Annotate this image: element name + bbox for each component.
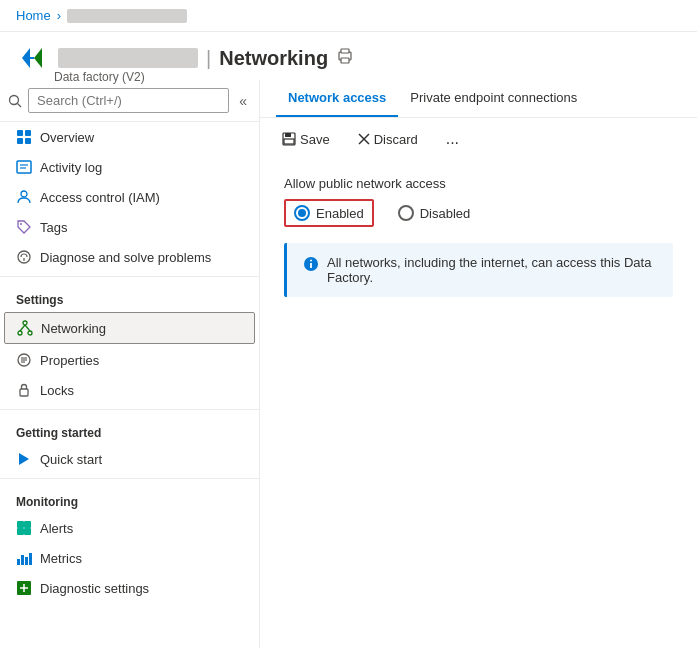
svg-line-7 xyxy=(18,103,22,107)
diagnostic-settings-icon xyxy=(16,580,32,596)
collapse-sidebar-button[interactable]: « xyxy=(235,91,251,111)
tab-private-endpoint[interactable]: Private endpoint connections xyxy=(398,80,589,117)
svg-marker-29 xyxy=(19,453,29,465)
svg-point-20 xyxy=(18,331,22,335)
diagnose-icon xyxy=(16,249,32,265)
layout: « Overview Activity log xyxy=(0,80,697,648)
svg-point-6 xyxy=(10,95,19,104)
radio-circle-disabled xyxy=(398,205,414,221)
svg-rect-37 xyxy=(29,553,32,565)
properties-icon xyxy=(16,352,32,368)
radio-option-enabled[interactable]: Enabled xyxy=(284,199,374,227)
search-icon xyxy=(8,94,22,108)
sidebar-item-tags[interactable]: Tags xyxy=(0,212,259,242)
sidebar-item-metrics[interactable]: Metrics xyxy=(0,543,259,573)
sidebar-item-access-control[interactable]: Access control (IAM) xyxy=(0,182,259,212)
sidebar-diagnostic-label: Diagnostic settings xyxy=(40,581,149,596)
svg-rect-31 xyxy=(24,521,31,528)
sidebar-alerts-label: Alerts xyxy=(40,521,73,536)
svg-rect-32 xyxy=(17,528,24,535)
toolbar: Save Discard ... xyxy=(260,118,697,160)
more-label: ... xyxy=(446,130,459,148)
sidebar-divider-1 xyxy=(0,276,259,277)
header-title-group: | Networking xyxy=(58,47,354,70)
overview-icon xyxy=(16,129,32,145)
radio-enabled-label: Enabled xyxy=(316,206,364,221)
sidebar-item-diagnose[interactable]: Diagnose and solve problems xyxy=(0,242,259,272)
resource-name-blur xyxy=(58,48,198,68)
breadcrumb-home[interactable]: Home xyxy=(16,8,51,23)
svg-rect-28 xyxy=(20,389,28,396)
radio-disabled-label: Disabled xyxy=(420,206,471,221)
discard-icon xyxy=(358,133,370,145)
tags-icon xyxy=(16,219,32,235)
sidebar-divider-2 xyxy=(0,409,259,410)
more-button[interactable]: ... xyxy=(440,126,465,152)
svg-rect-33 xyxy=(24,528,31,535)
breadcrumb: Home › xyxy=(16,8,187,23)
svg-point-17 xyxy=(18,251,30,263)
sidebar: « Overview Activity log xyxy=(0,80,260,648)
sidebar-item-locks[interactable]: Locks xyxy=(0,375,259,405)
breadcrumb-separator: › xyxy=(57,8,61,23)
svg-rect-42 xyxy=(285,133,291,137)
locks-icon xyxy=(16,382,32,398)
network-access-field-label: Allow public network access xyxy=(284,176,673,191)
search-bar: « xyxy=(0,80,259,122)
svg-marker-1 xyxy=(34,48,42,68)
save-button[interactable]: Save xyxy=(276,128,336,151)
data-factory-icon xyxy=(16,42,48,74)
sidebar-item-properties[interactable]: Properties xyxy=(0,345,259,375)
sidebar-item-activity-log[interactable]: Activity log xyxy=(0,152,259,182)
sidebar-item-networking[interactable]: Networking xyxy=(4,312,255,344)
monitoring-section-label: Monitoring xyxy=(0,483,259,513)
sidebar-divider-3 xyxy=(0,478,259,479)
sidebar-locks-label: Locks xyxy=(40,383,74,398)
sidebar-item-quick-start[interactable]: Quick start xyxy=(0,444,259,474)
page-title: Networking xyxy=(219,47,328,70)
svg-point-48 xyxy=(310,260,312,262)
network-access-radio-group: Enabled Disabled xyxy=(284,199,673,227)
svg-rect-35 xyxy=(21,555,24,565)
search-input[interactable] xyxy=(28,88,229,113)
svg-marker-0 xyxy=(22,48,30,68)
info-box: All networks, including the internet, ca… xyxy=(284,243,673,297)
save-icon xyxy=(282,132,296,146)
metrics-icon xyxy=(16,550,32,566)
svg-point-19 xyxy=(23,321,27,325)
discard-label: Discard xyxy=(374,132,418,147)
tab-network-access[interactable]: Network access xyxy=(276,80,398,117)
save-label: Save xyxy=(300,132,330,147)
svg-rect-5 xyxy=(341,49,349,53)
sidebar-diagnose-label: Diagnose and solve problems xyxy=(40,250,211,265)
alerts-icon xyxy=(16,520,32,536)
discard-button[interactable]: Discard xyxy=(352,128,424,151)
networking-icon xyxy=(17,320,33,336)
radio-option-disabled[interactable]: Disabled xyxy=(390,201,479,225)
svg-rect-43 xyxy=(284,139,294,144)
settings-section-label: Settings xyxy=(0,281,259,311)
print-icon[interactable] xyxy=(336,47,354,69)
svg-point-16 xyxy=(20,223,22,225)
radio-circle-enabled xyxy=(294,205,310,221)
svg-rect-10 xyxy=(17,138,23,144)
svg-rect-36 xyxy=(25,557,28,565)
sidebar-item-overview[interactable]: Overview xyxy=(0,122,259,152)
sidebar-item-alerts[interactable]: Alerts xyxy=(0,513,259,543)
page-header: | Networking Data factory (V2) xyxy=(0,32,697,80)
sidebar-access-label: Access control (IAM) xyxy=(40,190,160,205)
svg-point-21 xyxy=(28,331,32,335)
top-bar: Home › xyxy=(0,0,697,32)
svg-line-22 xyxy=(20,325,25,331)
svg-rect-30 xyxy=(17,521,24,528)
sidebar-metrics-label: Metrics xyxy=(40,551,82,566)
sidebar-item-diagnostic-settings[interactable]: Diagnostic settings xyxy=(0,573,259,603)
breadcrumb-resource xyxy=(67,9,187,23)
svg-rect-12 xyxy=(17,161,31,173)
resource-subtitle: Data factory (V2) xyxy=(54,70,145,84)
sidebar-activity-label: Activity log xyxy=(40,160,102,175)
svg-line-23 xyxy=(25,325,30,331)
header-separator: | xyxy=(206,47,211,70)
getting-started-section-label: Getting started xyxy=(0,414,259,444)
info-icon xyxy=(303,256,319,276)
